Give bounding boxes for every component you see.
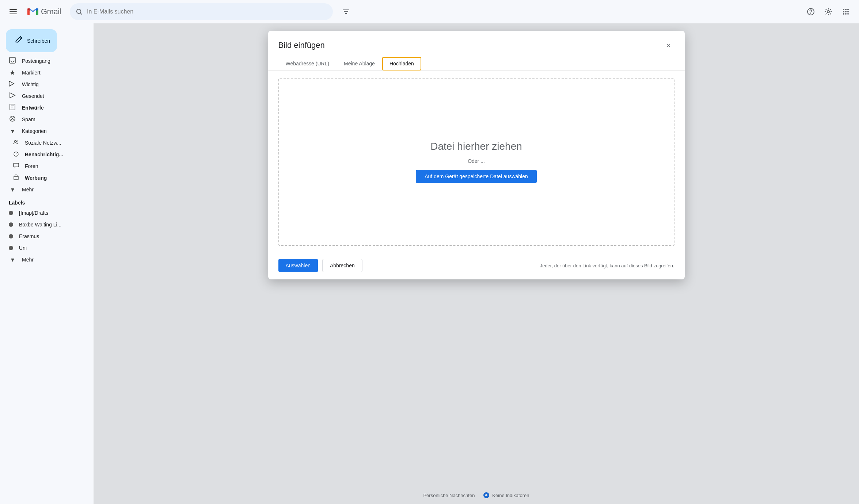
sidebar-item-werbung[interactable]: Werbung: [0, 172, 88, 184]
mehr-label: Mehr: [22, 187, 34, 192]
gmail-logo-text: Gmail: [41, 7, 61, 16]
upload-area[interactable]: Datei hierher ziehen Oder ... Auf dem Ge…: [278, 78, 674, 246]
spam-label: Spam: [22, 117, 35, 122]
sidebar-item-wichtig[interactable]: Wichtig: [0, 79, 88, 90]
kategorien-label: Kategorien: [22, 128, 47, 134]
tab-hochladen-label: Hochladen: [389, 61, 414, 66]
modal-tabs: Webadresse (URL) Meine Ablage Hochladen: [268, 51, 685, 70]
important-icon: [9, 80, 16, 89]
upload-or-text: Oder ...: [468, 158, 485, 164]
svg-point-18: [845, 13, 847, 15]
tab-ablage[interactable]: Meine Ablage: [337, 57, 382, 70]
sidebar-item-markiert[interactable]: ★ Markiert: [0, 67, 88, 79]
compose-button[interactable]: Schreiben: [6, 29, 57, 52]
svg-point-34: [16, 155, 16, 156]
search-input[interactable]: [87, 8, 327, 15]
star-icon: ★: [9, 69, 16, 77]
menu-icon[interactable]: [6, 4, 20, 19]
modal-header: Bild einfügen ×: [268, 31, 685, 51]
sidebar-item-spam[interactable]: Spam: [0, 114, 88, 125]
svg-point-17: [843, 13, 844, 15]
search-icon: [76, 8, 83, 15]
modal-footer-info: Jeder, der über den Link verfügt, kann a…: [540, 263, 674, 268]
sidebar-item-mehr2[interactable]: ▾ Mehr: [0, 254, 88, 266]
help-svg: [807, 8, 815, 16]
svg-marker-22: [9, 81, 14, 86]
svg-line-4: [80, 13, 82, 14]
main-content: Bild einfügen × Webadresse (URL) Meine A…: [94, 23, 859, 504]
werbung-icon: [13, 175, 19, 182]
sidebar-item-gesendet[interactable]: Gesendet: [0, 90, 88, 102]
insert-image-modal: Bild einfügen × Webadresse (URL) Meine A…: [268, 31, 685, 279]
benachrichtigungen-icon: [13, 151, 19, 158]
imap-drafts-label: [Imap]/Drafts: [19, 210, 48, 216]
svg-point-13: [847, 9, 849, 10]
sidebar-item-kategorien[interactable]: ▾ Kategorien: [0, 125, 88, 137]
upload-drag-text: Datei hierher ziehen: [430, 141, 522, 152]
sidebar-item-mehr[interactable]: ▾ Mehr: [0, 184, 88, 195]
imap-drafts-dot: [9, 211, 13, 215]
modal-title: Bild einfügen: [278, 41, 325, 50]
gesendet-label: Gesendet: [22, 93, 44, 99]
apps-icon[interactable]: [839, 4, 853, 19]
settings-svg: [824, 8, 832, 16]
modal-select-button[interactable]: Auswählen: [278, 259, 318, 272]
foren-icon: [13, 163, 19, 170]
filter-svg: [342, 8, 350, 16]
svg-point-14: [843, 11, 844, 12]
modal-cancel-button[interactable]: Abbrechen: [322, 259, 362, 272]
uni-label: Uni: [19, 245, 27, 251]
pencil-icon: [15, 36, 23, 44]
svg-point-16: [847, 11, 849, 12]
svg-rect-0: [9, 9, 17, 10]
werbung-label: Werbung: [25, 175, 47, 181]
apps-svg: [842, 8, 850, 16]
entwuerfe-label: Entwürfe: [22, 105, 44, 111]
inbox-icon: [9, 57, 16, 65]
benachrichtigungen-label: Benachrichtig...: [25, 152, 63, 157]
sidebar-item-entwuerfe[interactable]: Entwürfe: [0, 102, 88, 114]
labels-section-title: Labels: [0, 195, 94, 207]
wichtig-label: Wichtig: [22, 81, 39, 87]
svg-point-15: [845, 11, 847, 12]
topbar-right: [803, 4, 853, 19]
svg-rect-1: [9, 11, 17, 12]
sidebar-item-boxbe[interactable]: Boxbe Waiting Li...: [0, 219, 88, 230]
posteingang-label: Posteingang: [22, 58, 50, 64]
gmail-logo: Gmail: [26, 5, 61, 18]
gmail-m-icon: [26, 5, 39, 18]
sidebar-item-erasmus[interactable]: Erasmus: [0, 230, 88, 242]
markiert-label: Markiert: [22, 70, 41, 76]
drafts-icon: [9, 104, 16, 112]
soziale-icon: [13, 140, 19, 146]
sidebar-item-imap-drafts[interactable]: [Imap]/Drafts: [0, 207, 88, 219]
tab-ablage-label: Meine Ablage: [344, 61, 375, 66]
sidebar-item-benachrichtigungen[interactable]: Benachrichtig...: [0, 149, 88, 160]
tab-url-label: Webadresse (URL): [286, 61, 330, 66]
modal-footer: Auswählen Abbrechen Jeder, der über den …: [268, 253, 685, 279]
main-layout: Schreiben Posteingang ★ Markiert Wichtig…: [0, 23, 859, 504]
tab-hochladen[interactable]: Hochladen: [382, 57, 421, 70]
settings-icon[interactable]: [821, 4, 836, 19]
sidebar-item-uni[interactable]: Uni: [0, 242, 88, 254]
svg-point-31: [16, 141, 18, 142]
svg-point-12: [845, 9, 847, 10]
filter-icon[interactable]: [339, 4, 353, 19]
compose-label: Schreiben: [27, 38, 50, 44]
sidebar-item-posteingang[interactable]: Posteingang: [0, 55, 88, 67]
svg-point-19: [847, 13, 849, 15]
sidebar: Schreiben Posteingang ★ Markiert Wichtig…: [0, 23, 94, 504]
boxbe-dot: [9, 222, 13, 227]
modal-close-button[interactable]: ×: [663, 39, 674, 51]
sidebar-item-foren[interactable]: Foren: [0, 160, 88, 172]
upload-select-file-button[interactable]: Auf dem Gerät gespeicherte Datei auswähl…: [416, 170, 537, 183]
svg-marker-23: [10, 93, 15, 98]
spam-icon: [9, 115, 16, 124]
sidebar-item-soziale[interactable]: Soziale Netzw...: [0, 137, 88, 149]
mehr2-chevron-icon: ▾: [9, 256, 16, 264]
svg-point-9: [810, 13, 811, 14]
tab-url[interactable]: Webadresse (URL): [278, 57, 337, 70]
compose-icon: [15, 36, 23, 46]
search-bar[interactable]: [70, 3, 333, 20]
help-icon[interactable]: [803, 4, 818, 19]
